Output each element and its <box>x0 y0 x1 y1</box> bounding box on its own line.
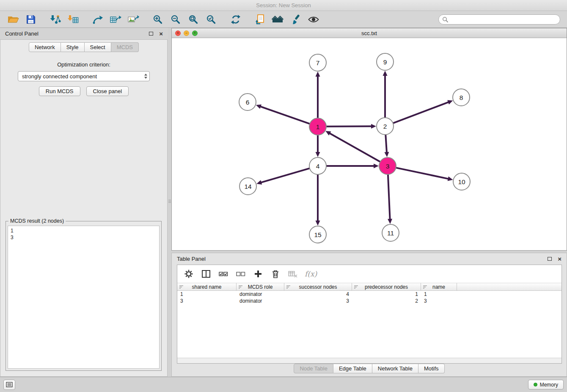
close-panel-icon[interactable] <box>159 30 163 37</box>
show-column-panel-button[interactable] <box>201 268 212 279</box>
panel-splitter[interactable] <box>168 196 171 207</box>
table-panel: Table Panel <box>171 253 567 377</box>
optimization-criterion-label: Optimization criterion: <box>0 61 167 68</box>
zoom-in-button[interactable] <box>149 12 167 27</box>
table-cell: dominator <box>237 291 284 297</box>
export-table-button[interactable] <box>107 12 124 27</box>
column-header-MCDS-role[interactable]: MCDS role <box>237 283 284 291</box>
save-icon <box>26 14 36 25</box>
home-icon <box>272 14 284 25</box>
save-session-button[interactable] <box>22 12 40 27</box>
refresh-icon <box>230 14 241 25</box>
show-hide-button[interactable] <box>305 12 322 27</box>
control-panel-tabs: NetworkStyleSelectMCDS <box>0 42 167 52</box>
trash-icon <box>271 269 280 279</box>
export-image-button[interactable] <box>124 12 142 27</box>
control-panel: Control Panel NetworkStyleSelectMCDS Opt… <box>0 28 168 377</box>
graph-edge-arrowhead <box>383 71 388 76</box>
paintbrush-icon <box>290 14 301 25</box>
close-table-panel-icon[interactable] <box>558 256 561 262</box>
graph-edge-4-14[interactable] <box>261 168 309 182</box>
search-box <box>438 14 560 25</box>
import-network-file-button[interactable] <box>47 12 64 27</box>
minimize-window-icon[interactable] <box>184 30 189 36</box>
graph-edge-1-6[interactable] <box>260 106 309 124</box>
graph-edge-3-10[interactable] <box>396 168 449 179</box>
show-panels-button[interactable] <box>3 380 15 390</box>
zoom-selected-button[interactable] <box>202 12 220 27</box>
copy-document-button[interactable] <box>251 12 269 27</box>
zoom-out-button[interactable] <box>167 12 184 27</box>
table-tab-motifs[interactable]: Motifs <box>418 364 445 373</box>
float-table-panel-icon[interactable] <box>548 257 552 261</box>
graph-edge-arrowhead <box>447 100 453 105</box>
criterion-value: strongly connected component <box>22 73 97 80</box>
control-tab-style[interactable]: Style <box>61 42 85 52</box>
memory-status-dot <box>534 383 537 386</box>
refresh-layout-button[interactable] <box>227 12 245 27</box>
network-graph: 7968124314101511 <box>172 38 567 250</box>
column-header-name[interactable]: name <box>421 283 457 291</box>
zoom-fit-button[interactable] <box>184 12 202 27</box>
control-tab-mcds[interactable]: MCDS <box>111 42 139 52</box>
graph-edge-arrowhead <box>371 124 376 129</box>
graph-edge-2-8[interactable] <box>394 102 449 123</box>
close-panel-button[interactable]: Close panel <box>86 86 129 96</box>
home-button[interactable] <box>269 12 287 27</box>
deselect-all-columns-button[interactable] <box>235 268 246 279</box>
control-tab-network[interactable]: Network <box>29 42 61 52</box>
import-network-url-button[interactable] <box>89 12 107 27</box>
graph-node-label: 10 <box>458 178 465 185</box>
table-settings-button[interactable] <box>183 268 194 279</box>
table-cell: 1 <box>352 291 421 297</box>
style-brush-button[interactable] <box>287 12 305 27</box>
graph-edge-1-2[interactable] <box>327 126 372 127</box>
mcds-result-line: 3 <box>8 234 159 241</box>
table-cell: 2 <box>352 298 421 304</box>
table-tab-network-table[interactable]: Network Table <box>372 364 418 373</box>
table-row[interactable]: 3dominator323 <box>177 298 561 304</box>
criterion-dropdown[interactable]: strongly connected component <box>18 71 150 81</box>
control-panel-content: NetworkStyleSelectMCDS Optimization crit… <box>0 39 168 377</box>
open-session-button[interactable] <box>4 12 22 27</box>
function-builder-button[interactable]: f(x) <box>305 270 317 278</box>
graph-node-label: 3 <box>386 163 390 170</box>
table-tab-edge-table[interactable]: Edge Table <box>333 364 372 373</box>
control-tab-select[interactable]: Select <box>85 42 111 52</box>
network-canvas[interactable]: 7968124314101511 <box>172 38 567 250</box>
graph-edge-3-1[interactable] <box>329 133 380 161</box>
close-window-icon[interactable] <box>175 30 181 36</box>
main-toolbar <box>0 11 567 28</box>
column-header-successor-nodes[interactable]: successor nodes <box>284 283 352 291</box>
import-table-file-button[interactable] <box>64 12 82 27</box>
graph-edge-arrowhead <box>388 219 392 224</box>
graph-node-label: 7 <box>316 59 320 66</box>
run-mcds-button[interactable]: Run MCDS <box>39 86 80 96</box>
network-window: scc.txt 7968124314101511 <box>171 28 567 251</box>
gear-icon <box>184 269 193 279</box>
mcds-result-list[interactable]: 13 <box>8 226 160 369</box>
column-header-filler <box>457 283 561 291</box>
graph-edge-arrowhead <box>448 177 453 181</box>
delete-column-button[interactable] <box>270 268 281 279</box>
graph-edge-arrowhead <box>316 152 320 157</box>
delete-table-button[interactable] <box>287 268 298 279</box>
mcds-result-title: MCDS result (2 nodes) <box>8 218 66 224</box>
unchecked-boxes-icon <box>236 271 245 277</box>
search-input[interactable] <box>450 17 556 22</box>
graph-edge-3-11[interactable] <box>388 175 390 220</box>
control-panel-header: Control Panel <box>0 28 168 39</box>
curved-arrow-icon <box>92 14 103 25</box>
graph-edge-2-3[interactable] <box>385 135 387 153</box>
float-panel-icon[interactable] <box>149 32 153 36</box>
delete-table-icon <box>288 269 298 279</box>
table-row[interactable]: 1dominator411 <box>177 291 561 298</box>
table-tab-node-table[interactable]: Node Table <box>294 364 333 373</box>
create-column-button[interactable] <box>253 268 264 279</box>
column-header-shared-name[interactable]: shared name <box>177 283 237 291</box>
maximize-window-icon[interactable] <box>192 30 198 36</box>
memory-button[interactable]: Memory <box>528 380 564 389</box>
column-header-predecessor-nodes[interactable]: predecessor nodes <box>352 283 421 291</box>
select-all-columns-button[interactable] <box>218 268 229 279</box>
table-hscrollbar[interactable] <box>177 358 561 363</box>
